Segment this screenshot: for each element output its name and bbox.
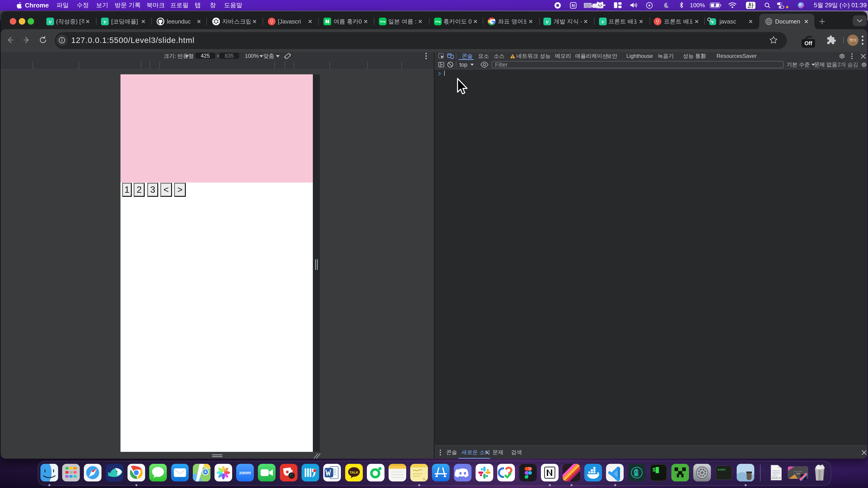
svg-text:$█: $█ [652,467,659,473]
svg-text:blog: blog [380,20,385,23]
svg-text:exec: exec [718,468,726,472]
svg-text:DOCX: DOCX [772,476,781,480]
svg-text:Drop a Video: Drop a Video [794,471,802,472]
svg-text:TALK: TALK [350,470,359,474]
svg-text:v: v [103,18,106,25]
svg-text:zoom: zoom [239,470,251,475]
svg-text:v: v [49,18,52,25]
svg-text:blog: blog [435,20,440,23]
svg-text:v: v [601,18,604,25]
svg-text:v: v [546,18,549,25]
